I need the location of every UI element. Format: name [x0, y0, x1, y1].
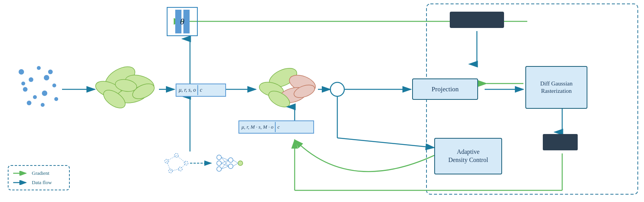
adaptive-density-box: AdaptiveDensity Control: [434, 138, 502, 174]
svg-point-16: [27, 101, 31, 105]
svg-line-60: [180, 163, 186, 169]
svg-point-8: [29, 77, 33, 82]
svg-point-11: [52, 84, 56, 87]
svg-point-68: [238, 161, 243, 165]
rendered-image-rect: [543, 134, 578, 150]
params1-label: μ, r, s, o: [179, 87, 196, 93]
legend-dataflow-label: Data flow: [32, 179, 52, 186]
svg-point-19: [48, 70, 53, 74]
diff-gaussian-label: Diff GaussianRasterization: [540, 80, 572, 95]
legend-box: Gradient Data flow: [8, 165, 70, 190]
legend-gradient: Gradient: [13, 170, 64, 176]
diagram-container: θ μ, r, s, o c μ, r, M · s, M · o c Proj…: [0, 0, 644, 202]
svg-point-63: [217, 155, 221, 160]
svg-point-65: [217, 167, 221, 171]
svg-line-58: [176, 155, 186, 163]
svg-point-64: [217, 161, 221, 165]
svg-line-75: [233, 160, 238, 163]
svg-line-42: [337, 138, 434, 148]
svg-point-67: [228, 164, 233, 169]
svg-point-13: [33, 95, 37, 99]
projection-label: Projection: [432, 85, 459, 93]
legend-gradient-label: Gradient: [32, 170, 49, 176]
legend-dataflow: Data flow: [13, 179, 64, 186]
svg-point-12: [23, 87, 28, 92]
svg-point-37: [330, 82, 344, 96]
svg-point-15: [54, 97, 58, 101]
diff-gaussian-box: Diff GaussianRasterization: [525, 66, 587, 109]
svg-line-76: [233, 163, 238, 166]
svg-point-66: [228, 158, 233, 162]
params-box-1: μ, r, s, o c: [176, 84, 226, 97]
target-image-rect: [450, 12, 504, 28]
projection-box: Projection: [412, 78, 478, 100]
svg-point-9: [37, 66, 41, 70]
svg-point-17: [41, 103, 45, 107]
params2-label: μ, r, M · s, M · o: [242, 124, 273, 130]
svg-point-10: [44, 75, 49, 80]
svg-point-7: [19, 69, 24, 75]
svg-line-59: [167, 161, 171, 171]
params-box-2: μ, r, M · s, M · o c: [238, 120, 314, 134]
params2-c-label: c: [277, 124, 280, 130]
svg-point-14: [42, 91, 47, 96]
theta-block: θ: [167, 7, 198, 36]
theta-symbol: θ: [180, 17, 184, 27]
adaptive-density-label: AdaptiveDensity Control: [448, 148, 488, 164]
params1-c-label: c: [200, 87, 202, 93]
svg-point-18: [21, 82, 25, 85]
